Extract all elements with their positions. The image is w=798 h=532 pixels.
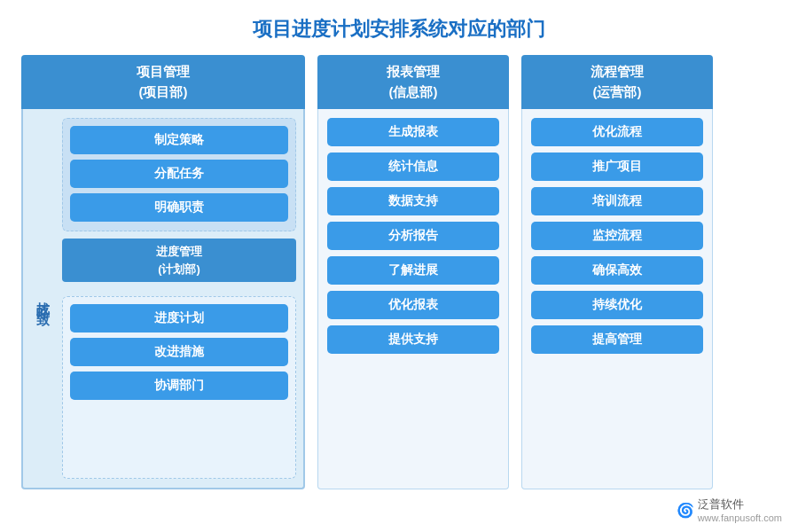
right-btn-5[interactable]: 持续优化 <box>531 291 703 319</box>
mid-btn-1[interactable]: 统计信息 <box>327 153 499 181</box>
mid-column: 报表管理 (信息部) 生成报表 统计信息 数据支持 分析报告 了解进展 优化报表… <box>317 55 509 489</box>
upper-section-block: 制定策略 分配任务 明确职责 <box>62 118 296 231</box>
lower-section-block: 进度计划 改进措施 协调部门 <box>62 296 296 479</box>
left-col-body: 战略一致 制定策略 分配任务 明确职责 进度管理 (计划部) <box>21 109 305 489</box>
mid-col-header: 报表管理 (信息部) <box>317 55 509 109</box>
watermark-logo-icon: 🌀 <box>677 502 694 519</box>
left-column: 项目管理 (项目部) 战略一致 制定策略 分配任务 明确职责 进度管理 (计划部… <box>21 55 305 489</box>
right-btn-0[interactable]: 优化流程 <box>531 118 703 146</box>
btn-mq[interactable]: 明确职责 <box>70 193 288 222</box>
page-title: 项目进度计划安排系统对应的部门 <box>0 0 798 55</box>
btn-zd[interactable]: 制定策略 <box>70 126 288 154</box>
btn-jd[interactable]: 进度计划 <box>70 304 288 332</box>
right-btn-3[interactable]: 监控流程 <box>531 222 703 250</box>
right-btn-6[interactable]: 提高管理 <box>531 325 703 354</box>
left-sections: 制定策略 分配任务 明确职责 进度管理 (计划部) 进度计划 改进措施 协调部门 <box>62 118 296 479</box>
btn-xb[interactable]: 协调部门 <box>70 372 288 400</box>
mid-col-body: 生成报表 统计信息 数据支持 分析报告 了解进展 优化报表 提供支持 <box>317 109 509 489</box>
right-btn-2[interactable]: 培训流程 <box>531 187 703 215</box>
lower-btn-list: 进度计划 改进措施 协调部门 <box>70 304 288 400</box>
upper-btn-list: 制定策略 分配任务 明确职责 <box>70 126 288 222</box>
left-col-header: 项目管理 (项目部) <box>21 55 305 109</box>
mid-btn-3[interactable]: 分析报告 <box>327 222 499 250</box>
mid-btn-5[interactable]: 优化报表 <box>327 291 499 319</box>
strategy-label: 战略一致 <box>30 118 55 479</box>
right-btn-1[interactable]: 推广项目 <box>531 153 703 181</box>
right-column: 流程管理 (运营部) 优化流程 推广项目 培训流程 监控流程 确保高效 持续优化… <box>521 55 713 489</box>
watermark: 🌀 泛普软件 www.fanpusoft.com <box>677 497 782 523</box>
mid-btn-4[interactable]: 了解进展 <box>327 256 499 285</box>
right-btn-4[interactable]: 确保高效 <box>531 256 703 285</box>
mid-btn-2[interactable]: 数据支持 <box>327 187 499 215</box>
btn-gj[interactable]: 改进措施 <box>70 338 288 366</box>
main-content: 项目管理 (项目部) 战略一致 制定策略 分配任务 明确职责 进度管理 (计划部… <box>0 55 798 489</box>
watermark-text: 泛普软件 www.fanpusoft.com <box>698 497 782 523</box>
right-col-body: 优化流程 推广项目 培训流程 监控流程 确保高效 持续优化 提高管理 <box>521 109 713 489</box>
right-col-header: 流程管理 (运营部) <box>521 55 713 109</box>
mid-btn-0[interactable]: 生成报表 <box>327 118 499 146</box>
section-sub-header: 进度管理 (计划部) <box>62 239 296 282</box>
btn-fp[interactable]: 分配任务 <box>70 160 288 188</box>
mid-btn-6[interactable]: 提供支持 <box>327 325 499 354</box>
